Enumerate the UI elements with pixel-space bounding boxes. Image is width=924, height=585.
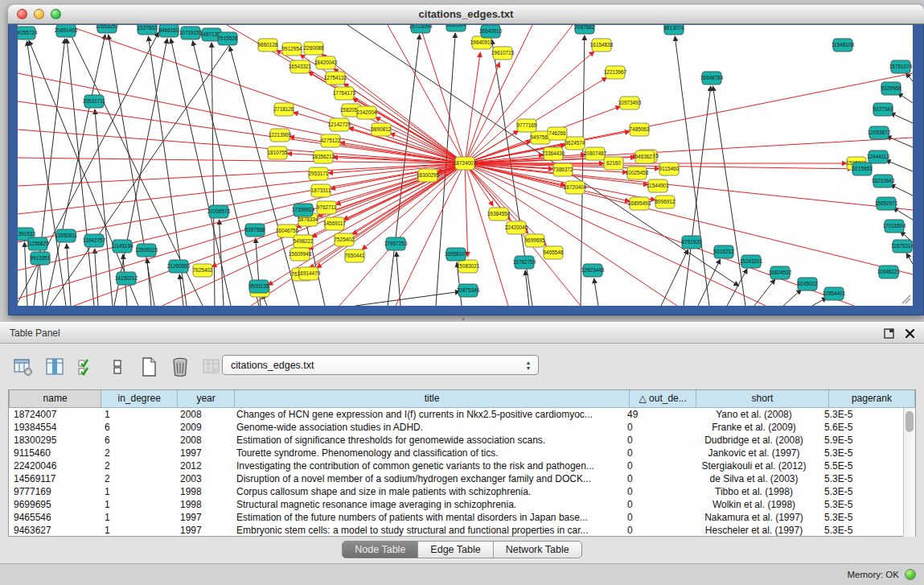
graph-node[interactable]: 16640910 xyxy=(479,25,503,38)
graph-node[interactable]: 7386372 xyxy=(553,163,573,176)
graph-node[interactable]: 9890812 xyxy=(372,123,392,136)
graph-node[interactable]: 62160 xyxy=(604,157,623,170)
graph-node[interactable]: 15609948 xyxy=(289,248,312,261)
graph-node[interactable]: 17957253 xyxy=(384,237,408,250)
graph-node[interactable]: 9465546 xyxy=(544,246,564,259)
graph-node[interactable]: 19610715 xyxy=(491,47,515,60)
table-row[interactable]: 977716911998Corpus callosum shape and si… xyxy=(9,485,903,498)
graph-node[interactable]: 16782759 xyxy=(513,256,536,269)
graph-node[interactable]: 11156829 xyxy=(27,237,49,250)
graph-node[interactable]: 3624574 xyxy=(565,137,585,150)
graph-node[interactable]: 16210643 xyxy=(872,175,895,187)
graph-node[interactable]: 746266 xyxy=(548,127,567,140)
table-row[interactable]: 911546021997Tourette syndrome. Phenomeno… xyxy=(9,447,903,459)
graph-node[interactable]: 8996912 xyxy=(655,196,676,208)
graph-node[interactable]: 9912954 xyxy=(282,43,302,56)
graph-node[interactable]: 2087682 xyxy=(575,25,595,34)
show-columns-icon[interactable] xyxy=(43,355,67,379)
graph-node[interactable]: 11544901 xyxy=(647,179,669,192)
graph-node[interactable]: 20875346 xyxy=(457,284,480,297)
graph-node[interactable]: 2342004 xyxy=(357,106,377,119)
graph-node[interactable]: 16824532 xyxy=(769,266,792,279)
graph-node[interactable]: 2260088 xyxy=(304,42,324,55)
column-header-title[interactable]: title xyxy=(234,390,629,407)
graph-node[interactable]: 12505115 xyxy=(135,244,158,257)
graph-node[interactable]: 9245022 xyxy=(798,278,818,290)
graph-node[interactable]: 18724007 xyxy=(454,157,477,170)
graph-node[interactable]: 15723094 xyxy=(409,25,433,33)
network-canvas-area[interactable]: 1872400798601289912954165433212718126122… xyxy=(18,25,913,306)
graph-node[interactable]: 13942757 xyxy=(83,234,106,247)
graph-node[interactable]: 15083021 xyxy=(457,260,480,273)
graph-node[interactable]: 13950811 xyxy=(55,229,77,242)
tab-edge-table[interactable]: Edge Table xyxy=(418,542,493,558)
table-row[interactable]: 1456911722003Disruption of a novel membe… xyxy=(9,472,903,485)
graph-node[interactable]: 12213967 xyxy=(604,66,627,79)
float-window-icon[interactable] xyxy=(882,327,895,340)
graph-node[interactable]: 18356212 xyxy=(312,150,335,163)
new-column-icon[interactable] xyxy=(137,355,161,379)
close-window-icon[interactable] xyxy=(17,9,27,19)
graph-node[interactable]: 23364436 xyxy=(542,147,565,160)
graph-node[interactable]: 18420043 xyxy=(314,56,338,69)
graph-node[interactable]: 6791920 xyxy=(682,236,702,249)
graph-node[interactable]: 20531711 xyxy=(83,95,105,108)
column-header-year[interactable]: year xyxy=(178,390,235,407)
table-row[interactable]: 946554611997Estimation of the future num… xyxy=(9,511,903,524)
row-height-icon[interactable] xyxy=(105,355,129,379)
graph-node[interactable]: 12654401 xyxy=(823,287,846,300)
graph-node[interactable]: 19384554 xyxy=(487,208,511,220)
graph-node[interactable]: 7650441 xyxy=(345,249,365,262)
graph-node[interactable]: 10719155 xyxy=(179,27,203,39)
graph-node[interactable]: 1527602 xyxy=(138,25,158,35)
graph-node[interactable]: 5498222 xyxy=(294,235,314,248)
close-panel-icon[interactable] xyxy=(903,327,916,340)
graph-node[interactable]: 17359924 xyxy=(292,204,315,216)
graph-node[interactable]: 9463627 xyxy=(635,150,655,163)
table-settings-icon[interactable] xyxy=(11,355,35,379)
graph-node[interactable]: 12444113 xyxy=(867,150,889,163)
graph-node[interactable]: 15751074 xyxy=(889,60,913,73)
graph-node[interactable]: 10973493 xyxy=(618,97,642,109)
graph-node[interactable]: 16648784 xyxy=(700,72,724,84)
graph-node[interactable]: 9699695 xyxy=(525,234,545,247)
delete-column-icon[interactable] xyxy=(168,355,192,379)
graph-node[interactable]: 7525402 xyxy=(335,233,355,246)
graph-node[interactable]: 9861304 xyxy=(446,25,466,31)
graph-node[interactable]: 9397588 xyxy=(245,224,265,237)
graph-node[interactable]: 10946221 xyxy=(877,266,901,278)
window-titlebar[interactable]: citations_edges.txt xyxy=(8,5,924,24)
graph-node[interactable]: 11548108 xyxy=(832,39,854,51)
column-header-out_degree[interactable]: △ out_de... xyxy=(630,390,696,407)
graph-node[interactable]: 20691406 xyxy=(55,25,78,37)
canvas-resize-grip[interactable] xyxy=(902,295,910,303)
graph-node[interactable]: 8813074 xyxy=(664,25,684,35)
graph-node[interactable]: 16720404 xyxy=(564,181,587,194)
graph-node[interactable]: 16895493 xyxy=(628,197,651,210)
graph-node[interactable]: 7625402 xyxy=(193,264,213,277)
graph-node[interactable]: 4275122 xyxy=(321,134,341,147)
graph-node[interactable]: 9777169 xyxy=(517,119,537,132)
table-row[interactable]: 969969511998Structural magnetic resonanc… xyxy=(9,498,903,511)
graph-node[interactable]: 10025458 xyxy=(626,167,649,179)
graph-node[interactable]: 1810755 xyxy=(268,146,288,159)
graph-node[interactable]: 11145194 xyxy=(111,240,133,253)
graph-node[interactable]: 1873311 xyxy=(311,184,331,197)
table-selector-dropdown[interactable]: citations_edges.txt ▲ ▼ xyxy=(222,355,539,375)
graph-node[interactable]: 12754132 xyxy=(324,72,347,84)
graph-node[interactable]: 9913351 xyxy=(31,252,51,265)
table-vertical-scrollbar[interactable] xyxy=(903,408,915,537)
table-row[interactable]: 1938455462009Genome-wide association stu… xyxy=(9,421,903,434)
graph-node[interactable]: 9329966 xyxy=(881,82,901,95)
table-row[interactable]: 1872400712008Changes of HCN gene express… xyxy=(9,408,903,421)
graph-node[interactable]: 9860128 xyxy=(258,39,278,51)
graph-node[interactable]: 9762711 xyxy=(317,201,337,214)
graph-node[interactable]: 12142729 xyxy=(328,118,351,131)
graph-node[interactable]: 11675314 xyxy=(891,240,913,253)
memory-ok-icon[interactable] xyxy=(905,569,916,580)
table-row[interactable]: 2242004622012Investigating the contribut… xyxy=(9,459,903,472)
graph-node[interactable]: 16543321 xyxy=(289,60,312,73)
graph-node[interactable]: 17016504 xyxy=(883,220,906,233)
graph-node[interactable]: 2953171 xyxy=(309,167,329,180)
zoom-window-icon[interactable] xyxy=(51,9,61,19)
